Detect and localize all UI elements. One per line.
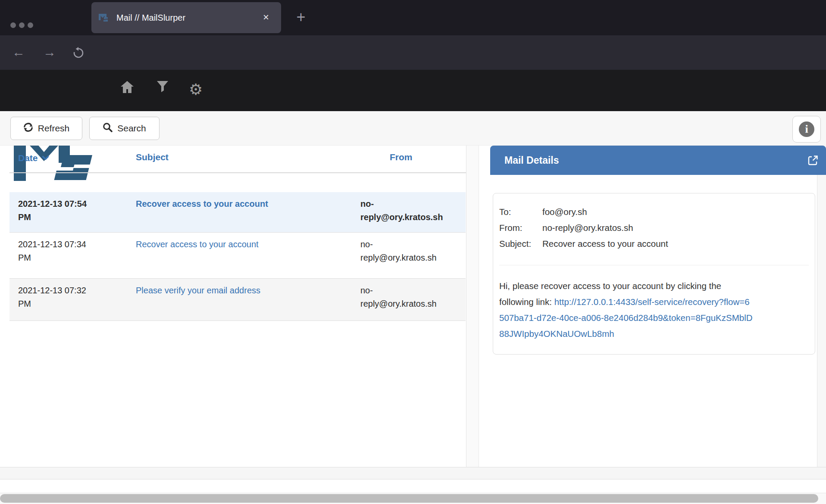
open-external-icon[interactable]	[807, 155, 819, 168]
refresh-button-label: Refresh	[38, 123, 70, 134]
row-from: no-reply@ory.kratos.sh	[360, 197, 449, 224]
mail-details-header: Mail Details	[490, 146, 826, 175]
mail-list-scrollbar-track[interactable]	[466, 146, 479, 467]
row-date: 2021-12-13 07:54 PM	[18, 197, 95, 224]
filter-funnel-icon[interactable]	[156, 80, 169, 95]
sort-chevron-down-icon	[42, 152, 49, 162]
settings-gear-icon[interactable]	[189, 77, 203, 103]
mail-row[interactable]: 2021-12-13 07:34 PM Recover access to yo…	[9, 233, 466, 279]
from-value: no-reply@ory.kratos.sh	[542, 220, 633, 236]
info-icon	[799, 121, 814, 137]
mailslurper-favicon-icon	[98, 12, 110, 25]
window-control-dot[interactable]	[28, 22, 33, 28]
to-label: To:	[499, 204, 542, 220]
row-from: no-reply@ory.kratos.sh	[360, 284, 449, 311]
row-subject-link[interactable]: Recover access to your account	[136, 197, 347, 211]
browser-tab-bar: Mail // MailSlurper	[0, 0, 826, 35]
subject-value: Recover access to your account	[542, 236, 668, 252]
subject-label: Subject:	[499, 236, 542, 252]
row-from: no-reply@ory.kratos.sh	[360, 238, 449, 264]
browser-toolbar: 127.0.0.1:4436/# 90%	[0, 35, 826, 70]
home-icon[interactable]	[120, 80, 135, 96]
column-header-from[interactable]: From	[390, 152, 413, 162]
row-date: 2021-12-13 07:34 PM	[18, 238, 95, 264]
mail-list: Date Subject From 2021-12-13 07:54 PM Re…	[9, 146, 478, 321]
info-button[interactable]	[792, 116, 821, 143]
tab-close-icon[interactable]	[256, 2, 276, 33]
details-separator	[499, 265, 809, 265]
details-scrollbar-track[interactable]	[817, 175, 826, 467]
footer-strip	[0, 467, 826, 479]
to-value: foo@ory.sh	[542, 204, 587, 220]
search-button-label: Search	[117, 123, 146, 134]
forward-button[interactable]	[39, 35, 60, 70]
browser-tab[interactable]: Mail // MailSlurper	[91, 2, 281, 33]
tab-title: Mail // MailSlurper	[116, 2, 185, 33]
mailslurper-header	[0, 70, 826, 111]
mail-row[interactable]: 2021-12-13 07:54 PM Recover access to yo…	[9, 192, 466, 233]
detail-subject-row: Subject: Recover access to your account	[499, 236, 809, 252]
app-toolbar: Refresh Search	[0, 111, 826, 146]
row-subject-link[interactable]: Recover access to your account	[136, 238, 347, 251]
window-control-dot[interactable]	[10, 22, 16, 28]
from-label: From:	[499, 220, 542, 236]
search-button[interactable]: Search	[89, 117, 160, 140]
detail-to-row: To: foo@ory.sh	[499, 204, 809, 220]
column-header-date-label: Date	[18, 153, 38, 163]
refresh-icon	[23, 122, 33, 134]
back-button[interactable]	[8, 35, 29, 70]
mail-rows: 2021-12-13 07:54 PM Recover access to yo…	[9, 192, 466, 321]
row-date: 2021-12-13 07:32 PM	[18, 284, 95, 311]
refresh-button[interactable]: Refresh	[10, 117, 82, 140]
mail-row[interactable]: 2021-12-13 07:32 PM Please verify your e…	[9, 279, 466, 321]
mail-list-header: Date Subject From	[9, 146, 478, 173]
mail-body: Hi, please recover access to your accoun…	[499, 278, 754, 342]
mail-details-title: Mail Details	[504, 146, 559, 175]
row-subject-link[interactable]: Please verify your email address	[136, 284, 347, 297]
column-header-date[interactable]: Date	[18, 152, 49, 163]
new-tab-button[interactable]	[290, 8, 312, 28]
mail-details-card: To: foo@ory.sh From: no-reply@ory.kratos…	[493, 193, 815, 355]
detail-from-row: From: no-reply@ory.kratos.sh	[499, 220, 809, 236]
column-header-subject[interactable]: Subject	[136, 152, 169, 162]
search-icon	[103, 122, 113, 134]
window-control-dot[interactable]	[19, 22, 25, 28]
horizontal-scrollbar-thumb[interactable]	[0, 494, 818, 503]
reload-button[interactable]	[72, 47, 84, 61]
